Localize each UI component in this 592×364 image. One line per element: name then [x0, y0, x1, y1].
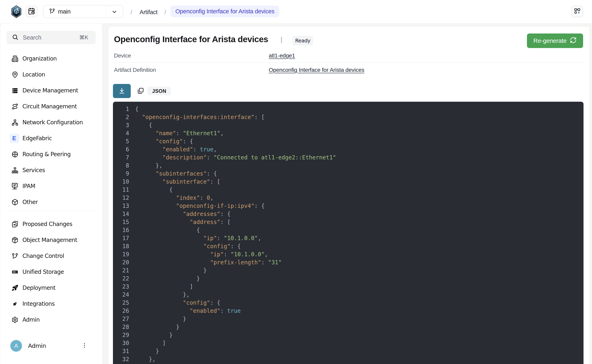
code-line: 28 } — [113, 323, 584, 331]
sidebar-item-circuit-management[interactable]: Circuit Management — [0, 98, 102, 114]
search-input[interactable]: Search ⌘K — [7, 31, 95, 44]
line-number: 14 — [113, 210, 129, 218]
download-icon — [118, 87, 125, 95]
ipam-icon: IP — [12, 183, 18, 190]
calendar-clock-button[interactable] — [26, 6, 37, 17]
search-placeholder: Search — [23, 34, 41, 41]
git-branch-icon — [49, 8, 55, 15]
sidebar-item-proposed-changes[interactable]: Proposed Changes — [0, 216, 102, 232]
sidebar-item-label: Object Management — [22, 237, 77, 243]
sidebar-item-label: Admin — [22, 316, 40, 323]
sidebar-item-services[interactable]: Services — [0, 162, 102, 178]
sidebar-nav: OrganizationLocationDevice ManagementCir… — [0, 51, 102, 328]
sidebar-item-ipam[interactable]: IPIPAM — [0, 178, 102, 194]
field-label: Device — [114, 52, 131, 59]
line-number: 11 — [113, 186, 129, 194]
code-line: 25 "config": { — [113, 299, 584, 307]
file-diff-icon — [12, 221, 18, 228]
breadcrumb-separator: / — [130, 9, 132, 16]
main-card: Openconfig Interface for Arista devices … — [108, 26, 590, 364]
sidebar-item-edgefabric[interactable]: EEdgeFabric — [0, 130, 102, 146]
line-number: 5 — [113, 137, 129, 145]
code-line: 16 { — [113, 226, 584, 234]
code-line: 29 } — [113, 331, 584, 339]
download-button[interactable] — [113, 84, 131, 98]
user-name: Admin — [28, 342, 46, 349]
branch-selector[interactable]: main — [43, 5, 123, 18]
breadcrumb-separator: / — [164, 9, 166, 16]
sidebar-item-label: Network Configuration — [22, 119, 83, 126]
building-icon — [12, 55, 18, 62]
server-icon — [12, 87, 18, 94]
sidebar-item-object-management[interactable]: Object Management — [0, 232, 102, 248]
title-kebab-icon[interactable] — [278, 37, 285, 44]
sidebar-item-label: EdgeFabric — [22, 135, 52, 142]
code-line: 9 "subinterfaces": { — [113, 170, 584, 178]
user-kebab-icon[interactable] — [81, 342, 88, 350]
plug-icon — [12, 300, 18, 307]
format-badge: JSON — [148, 87, 171, 95]
sidebar-item-other[interactable]: Other — [0, 194, 102, 210]
sidebar-item-routing-peering[interactable]: Routing & Peering — [0, 146, 102, 162]
workflow-button[interactable] — [572, 6, 583, 17]
breadcrumb-artifact[interactable]: Artifact — [140, 9, 158, 16]
regenerate-button[interactable]: Re-generate — [527, 33, 583, 48]
sidebar: Search ⌘K OrganizationLocationDevice Man… — [0, 23, 102, 364]
code-line: 23 ] — [113, 283, 584, 291]
sidebar-item-label: Organization — [22, 55, 57, 62]
line-number: 16 — [113, 226, 129, 234]
code-line: 8 }, — [113, 162, 584, 170]
refresh-icon — [570, 37, 577, 45]
line-number: 12 — [113, 194, 129, 202]
line-number: 28 — [113, 323, 129, 331]
sidebar-divider — [7, 211, 96, 211]
edgefabric-icon: E — [12, 135, 18, 142]
line-number: 1 — [113, 105, 129, 113]
code-line: 18 "config": { — [113, 242, 584, 250]
app-logo-icon[interactable] — [11, 5, 22, 18]
code-line: 7 "description": "Connected to atl1-edge… — [113, 154, 584, 162]
code-line: 14 "addresses": { — [113, 210, 584, 218]
git-branch-icon — [12, 253, 18, 260]
line-number: 8 — [113, 162, 129, 170]
artifact-definition-link[interactable]: Openconfig Interface for Arista devices — [269, 67, 364, 73]
code-line: 24 }, — [113, 291, 584, 299]
sidebar-item-admin[interactable]: Admin — [0, 312, 102, 328]
user-menu[interactable]: A Admin — [0, 338, 102, 354]
sidebar-item-integrations[interactable]: Integrations — [0, 296, 102, 312]
sidebar-item-organization[interactable]: Organization — [0, 51, 102, 67]
sidebar-item-label: Routing & Peering — [22, 151, 71, 158]
sidebar-item-label: Deployment — [22, 285, 55, 291]
network-icon — [12, 119, 18, 126]
sidebar-item-network-configuration[interactable]: Network Configuration — [0, 114, 102, 130]
breadcrumb-current[interactable]: Openconfig Interface for Arista devices — [170, 6, 279, 17]
code-line: 31 } — [113, 347, 584, 355]
sidebar-item-label: Other — [22, 199, 38, 205]
line-number: 2 — [113, 113, 129, 121]
gear-icon — [12, 316, 18, 323]
code-line: 4 "name": "Ethernet1", — [113, 129, 584, 137]
sidebar-item-location[interactable]: Location — [0, 67, 102, 83]
branch-name: main — [58, 8, 71, 15]
line-number: 25 — [113, 299, 129, 307]
sidebar-item-deployment[interactable]: Deployment — [0, 280, 102, 296]
code-line: 3 { — [113, 121, 584, 129]
line-number: 31 — [113, 347, 129, 355]
sidebar-item-unified-storage[interactable]: Unified Storage — [0, 264, 102, 280]
line-number: 26 — [113, 307, 129, 315]
sidebar-item-change-control[interactable]: Change Control — [0, 248, 102, 264]
copy-button[interactable] — [135, 86, 146, 96]
sidebar-item-device-management[interactable]: Device Management — [0, 83, 102, 98]
code-line: 26 "enabled": true — [113, 307, 584, 315]
storage-icon — [12, 269, 18, 275]
code-line: 12 "index": 0, — [113, 194, 584, 202]
device-link[interactable]: atl1-edge1 — [269, 52, 295, 59]
line-number: 6 — [113, 145, 129, 154]
code-block[interactable]: 1{2 "openconfig-interfaces:interface": [… — [113, 102, 584, 364]
line-number: 9 — [113, 170, 129, 178]
search-shortcut: ⌘K — [79, 34, 88, 41]
sidebar-item-label: Circuit Management — [22, 103, 77, 110]
code-line: 21 } — [113, 266, 584, 275]
rocket-icon — [12, 285, 18, 291]
line-number: 19 — [113, 250, 129, 259]
